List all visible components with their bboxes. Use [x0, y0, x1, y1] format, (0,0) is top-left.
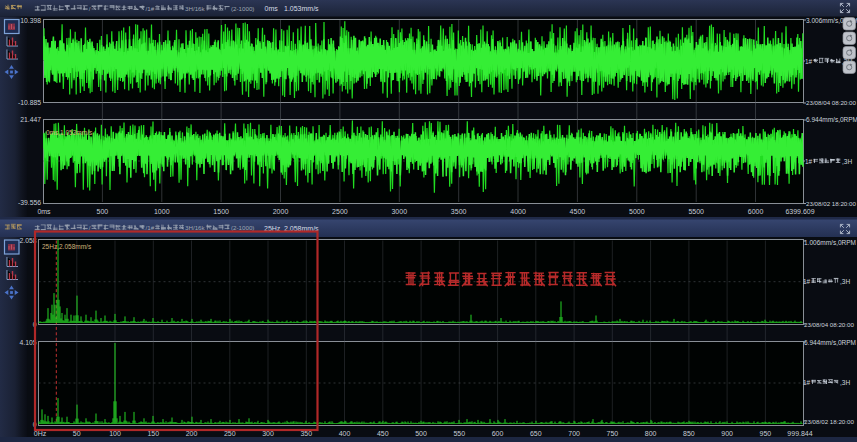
- svg-text:6000: 6000: [748, 208, 764, 215]
- svg-text:3H/16k: 3H/16k: [185, 5, 206, 12]
- svg-text:/1#: /1#: [146, 5, 155, 12]
- svg-text:400: 400: [339, 430, 351, 437]
- svg-text:/: /: [89, 5, 91, 12]
- svg-text:5500: 5500: [688, 208, 704, 215]
- svg-text:1000: 1000: [154, 208, 170, 215]
- svg-text:1.053mm/s: 1.053mm/s: [284, 5, 319, 12]
- svg-text:1#: 1#: [805, 58, 813, 65]
- svg-text:,3H: ,3H: [842, 158, 852, 165]
- svg-text:0ms,1.053mm/s: 0ms,1.053mm/s: [46, 129, 93, 136]
- svg-text:,3H: ,3H: [840, 278, 850, 285]
- svg-text:25Hz,2.058mm/s: 25Hz,2.058mm/s: [42, 243, 92, 250]
- svg-text:5000: 5000: [629, 208, 645, 215]
- svg-text:2000: 2000: [273, 208, 289, 215]
- svg-text:-10.885: -10.885: [18, 99, 41, 106]
- svg-text:2500: 2500: [332, 208, 348, 215]
- svg-text:700: 700: [568, 430, 580, 437]
- svg-text:23/08/02 18:20:00: 23/08/02 18:20:00: [806, 200, 856, 207]
- svg-text:6399.609: 6399.609: [785, 208, 814, 215]
- svg-text:3500: 3500: [451, 208, 467, 215]
- svg-text:999.844: 999.844: [787, 430, 812, 437]
- svg-text:-39.556: -39.556: [18, 199, 41, 206]
- svg-text:23/08/04 08:20:00: 23/08/04 08:20:00: [806, 99, 856, 106]
- svg-text:500: 500: [97, 208, 109, 215]
- svg-text:23/08/04 08:20:00: 23/08/04 08:20:00: [804, 321, 854, 328]
- svg-text:600: 600: [492, 430, 504, 437]
- svg-text:1#: 1#: [805, 158, 813, 165]
- svg-text:6.944mm/s,0RPM: 6.944mm/s,0RPM: [806, 116, 857, 123]
- svg-text:1#: 1#: [803, 278, 811, 285]
- svg-text:500: 500: [415, 430, 427, 437]
- svg-text:950: 950: [760, 430, 772, 437]
- svg-text:,3H: ,3H: [840, 379, 850, 386]
- svg-text:(2-1000): (2-1000): [231, 224, 254, 231]
- svg-text:650: 650: [530, 430, 542, 437]
- svg-text:450: 450: [377, 430, 389, 437]
- svg-text:850: 850: [683, 430, 695, 437]
- svg-text:1#: 1#: [803, 379, 811, 386]
- svg-text:750: 750: [606, 430, 618, 437]
- svg-text:/: /: [89, 224, 91, 231]
- svg-text:4000: 4000: [510, 208, 526, 215]
- svg-text:4500: 4500: [570, 208, 586, 215]
- svg-text:3000: 3000: [391, 208, 407, 215]
- svg-text:1500: 1500: [213, 208, 229, 215]
- svg-text:23/08/02 18:20:00: 23/08/02 18:20:00: [804, 418, 854, 425]
- svg-text:900: 900: [721, 430, 733, 437]
- svg-text:6.944mm/s,0RPM: 6.944mm/s,0RPM: [804, 339, 856, 346]
- svg-text:0ms: 0ms: [37, 208, 51, 215]
- svg-text:550: 550: [453, 430, 465, 437]
- svg-text:1.006mm/s,0RPM: 1.006mm/s,0RPM: [804, 239, 856, 246]
- svg-text:10.398: 10.398: [20, 17, 41, 24]
- svg-text:3H/16k: 3H/16k: [185, 224, 206, 231]
- svg-text:(2-1000): (2-1000): [231, 5, 254, 12]
- svg-text:21.447: 21.447: [20, 116, 41, 123]
- svg-text:/1#: /1#: [146, 224, 155, 231]
- svg-text:0ms: 0ms: [265, 5, 279, 12]
- svg-text:800: 800: [645, 430, 657, 437]
